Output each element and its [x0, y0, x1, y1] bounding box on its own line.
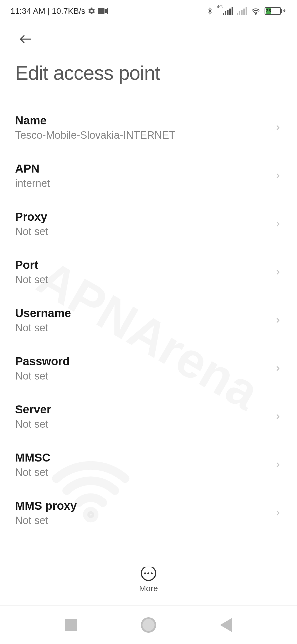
nav-recents-button[interactable]: [65, 619, 77, 631]
back-button[interactable]: [15, 30, 36, 48]
row-value: Not set: [15, 370, 70, 382]
status-separator: |: [48, 6, 50, 16]
row-value: Not set: [15, 418, 51, 430]
status-left: 11:34 AM | 10.7KB/s: [10, 6, 108, 16]
row-label: Password: [15, 355, 70, 368]
row-value: Not set: [15, 515, 77, 526]
row-label: Name: [15, 114, 175, 127]
svg-rect-1: [98, 8, 105, 14]
wifi-icon: [251, 7, 261, 15]
charging-icon: [282, 7, 287, 15]
row-label: MMSC: [15, 451, 50, 464]
row-apn[interactable]: APN internet: [0, 152, 297, 200]
signal-bars-sim1-icon: [223, 7, 233, 15]
row-label: MMS proxy: [15, 499, 77, 512]
chevron-right-icon: [274, 170, 282, 182]
row-label: Username: [15, 307, 71, 320]
page-title: Edit access point: [15, 62, 282, 84]
system-nav-bar: [0, 605, 297, 644]
chevron-right-icon: [274, 314, 282, 327]
row-name[interactable]: Name Tesco-Mobile-Slovakia-INTERNET: [0, 103, 297, 152]
battery-indicator: 38: [265, 7, 287, 15]
row-value: Not set: [15, 322, 71, 334]
chevron-right-icon: [274, 362, 282, 375]
row-server[interactable]: Server Not set: [0, 392, 297, 441]
row-value: Not set: [15, 466, 50, 478]
nav-home-button[interactable]: [141, 617, 156, 633]
status-time: 11:34 AM: [10, 6, 45, 16]
row-label: Proxy: [15, 210, 48, 223]
network-type-label: 4G: [217, 7, 233, 15]
battery-percent: 38: [266, 8, 271, 14]
bluetooth-icon: [207, 6, 213, 16]
more-button[interactable]: More: [139, 566, 158, 593]
chevron-right-icon: [274, 507, 282, 519]
row-port[interactable]: Port Not set: [0, 248, 297, 296]
chevron-right-icon: [274, 121, 282, 134]
settings-list: Name Tesco-Mobile-Slovakia-INTERNET APN …: [0, 84, 297, 537]
svg-point-2: [255, 13, 256, 14]
row-proxy[interactable]: Proxy Not set: [0, 200, 297, 248]
video-icon: [98, 7, 108, 15]
more-horizontal-icon: [141, 566, 156, 581]
gear-icon: [87, 7, 96, 15]
row-label: Port: [15, 258, 48, 272]
bottom-toolbar: More: [0, 560, 297, 601]
signal-bars-sim2-icon: [237, 7, 247, 15]
status-data-rate: 10.7KB/s: [52, 6, 86, 16]
chevron-right-icon: [274, 410, 282, 423]
chevron-right-icon: [274, 266, 282, 279]
status-right: 4G 38: [207, 6, 287, 16]
row-label: Server: [15, 403, 51, 416]
more-label: More: [139, 584, 158, 593]
nav-back-button[interactable]: [220, 618, 232, 632]
status-bar: 11:34 AM | 10.7KB/s 4G 38: [0, 0, 297, 22]
row-label: APN: [15, 162, 50, 175]
row-value: Tesco-Mobile-Slovakia-INTERNET: [15, 129, 175, 141]
chevron-right-icon: [274, 218, 282, 230]
row-mms-proxy[interactable]: MMS proxy Not set: [0, 489, 297, 537]
row-username[interactable]: Username Not set: [0, 296, 297, 344]
row-value: Not set: [15, 274, 48, 286]
arrow-left-icon: [15, 33, 36, 45]
row-value: internet: [15, 178, 50, 189]
header: Edit access point: [0, 22, 297, 84]
row-password[interactable]: Password Not set: [0, 344, 297, 392]
row-mmsc[interactable]: MMSC Not set: [0, 441, 297, 489]
row-value: Not set: [15, 226, 48, 238]
chevron-right-icon: [274, 459, 282, 471]
